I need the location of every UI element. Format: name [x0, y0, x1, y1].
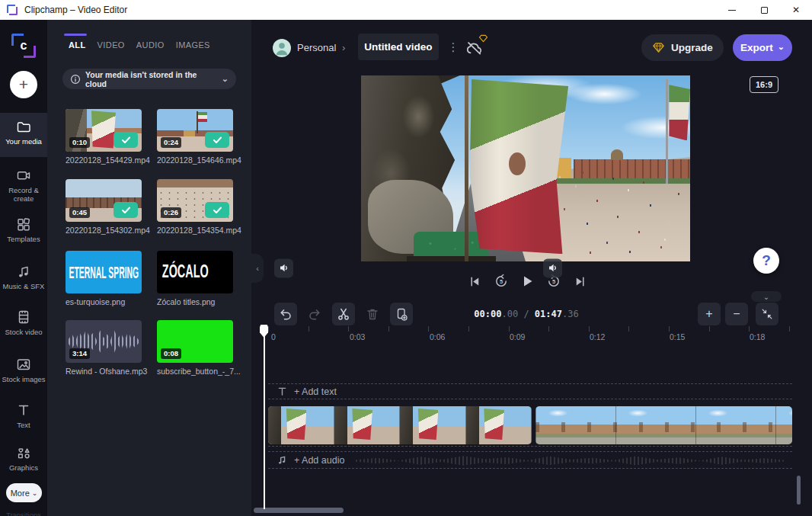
- media-item[interactable]: ETERNAL SPRING es-turquoise.png: [66, 251, 155, 306]
- media-thumbnail[interactable]: 3:14: [66, 320, 142, 363]
- cloud-storage-notice[interactable]: Your media isn't stored in the cloud ⌄: [62, 69, 236, 89]
- zoom-fit-button[interactable]: [756, 303, 778, 325]
- info-icon: [70, 74, 81, 85]
- sidebar-item-stock-images[interactable]: Stock images: [0, 351, 47, 390]
- media-filename: 20220128_154354.mp4: [157, 226, 247, 235]
- sidebar-item-graphics[interactable]: Graphics: [0, 439, 47, 479]
- workspace-avatar[interactable]: [273, 39, 291, 57]
- text-track[interactable]: + Add text: [268, 383, 792, 399]
- timecode-separator: /: [523, 309, 529, 319]
- zoom-out-button[interactable]: −: [725, 303, 748, 325]
- add-media-button[interactable]: +: [10, 71, 37, 98]
- timecode-display: 00:00.00 / 01:47.36: [469, 309, 583, 319]
- timeline-clip-panorama-video[interactable]: [535, 406, 792, 444]
- timeline-vertical-scrollbar[interactable]: [797, 476, 801, 505]
- export-button[interactable]: Export ⌄: [733, 34, 792, 61]
- video-preview-canvas[interactable]: [361, 75, 690, 261]
- rewind-5s-button[interactable]: 5: [491, 271, 511, 291]
- media-filename: es-turquoise.png: [66, 297, 155, 306]
- media-item[interactable]: 0:08 subscribe_button_-_7...: [157, 320, 247, 376]
- audio-track[interactable]: + Add audio: [268, 451, 792, 469]
- audio-track-icon: [277, 455, 287, 465]
- minimize-button[interactable]: [716, 0, 748, 20]
- speaker-icon: [548, 263, 558, 274]
- ruler-label: 0: [271, 332, 276, 341]
- chevron-down-icon: ⌄: [778, 42, 785, 52]
- check-badge: [205, 202, 229, 218]
- media-thumbnail[interactable]: 0:26: [157, 179, 233, 222]
- media-filename: 20220128_154302.mp4: [66, 226, 155, 235]
- skip-to-start-button[interactable]: [465, 271, 484, 291]
- media-thumbnail[interactable]: ETERNAL SPRING: [66, 251, 142, 293]
- timeline-ruler[interactable]: 0 0:03 0:06 0:09 0:12 0:15 0:18: [251, 326, 812, 346]
- media-thumbnail[interactable]: 0:08: [157, 320, 233, 363]
- sidebar-item-your-media[interactable]: Your media: [0, 113, 47, 157]
- thumbnail-art: [91, 111, 116, 148]
- media-item[interactable]: 0:26 20220128_154354.mp4: [157, 179, 247, 235]
- kebab-icon: ⋮: [448, 40, 459, 54]
- skip-to-end-button[interactable]: [570, 271, 590, 291]
- tab-images[interactable]: IMAGES: [175, 40, 211, 50]
- clip-audio-indicator[interactable]: [274, 258, 293, 277]
- preview-art-planter: [407, 256, 496, 261]
- ruler-label: 0:12: [590, 332, 605, 341]
- workspace-name[interactable]: Personal: [297, 42, 336, 53]
- more-button[interactable]: More ⌄: [6, 483, 42, 502]
- media-thumbnail[interactable]: 0:24: [157, 109, 233, 152]
- preview-art-flagpole: [666, 79, 668, 184]
- duration-badge: 0:10: [69, 137, 90, 148]
- upgrade-button[interactable]: Upgrade: [641, 34, 724, 61]
- preview-art-flag-pole: [465, 75, 468, 261]
- media-item[interactable]: ZÓCALO Zócalo titles.png: [157, 251, 247, 306]
- video-title-input[interactable]: Untitled video: [358, 34, 439, 60]
- tab-audio[interactable]: AUDIO: [136, 40, 165, 50]
- undo-button[interactable]: [274, 303, 297, 325]
- sidebar-item-label: Record & create: [0, 186, 47, 203]
- svg-text:5: 5: [499, 278, 502, 285]
- delete-button[interactable]: [361, 303, 384, 325]
- media-thumbnail[interactable]: ZÓCALO: [157, 251, 233, 293]
- timeline-horizontal-scrollbar[interactable]: [254, 508, 344, 513]
- image-icon: [16, 357, 31, 372]
- sidebar-item-transitions-partial[interactable]: Transitions: [0, 511, 47, 516]
- tab-video[interactable]: VIDEO: [97, 40, 126, 50]
- clip-audio-indicator[interactable]: [543, 258, 562, 277]
- clip-frames: [535, 406, 792, 444]
- media-item[interactable]: 0:24 20220128_154646.mp4: [157, 109, 247, 165]
- media-tabs: ALL VIDEO AUDIO IMAGES: [68, 40, 211, 50]
- aspect-ratio-badge[interactable]: 16:9: [750, 76, 778, 93]
- more-options-button[interactable]: ⋮: [446, 37, 460, 58]
- zoom-in-button[interactable]: +: [698, 303, 721, 325]
- play-icon: [519, 273, 535, 290]
- sidebar-item-templates[interactable]: Templates: [0, 210, 47, 250]
- panel-collapse-handle[interactable]: ‹: [251, 254, 264, 283]
- sidebar-item-record-create[interactable]: Record & create: [0, 162, 47, 206]
- media-item[interactable]: 3:14 Rewind - Ofshane.mp3: [66, 320, 155, 376]
- play-button[interactable]: [517, 271, 537, 291]
- ruler-label: 0:06: [430, 332, 445, 341]
- close-button[interactable]: ✕: [780, 0, 812, 20]
- help-button[interactable]: ?: [753, 248, 779, 274]
- check-badge: [113, 132, 138, 148]
- thumbnail-title-text: ZÓCALO: [157, 261, 209, 284]
- collapse-preview-tab[interactable]: ⌄: [751, 291, 782, 302]
- tab-all[interactable]: ALL: [68, 40, 87, 50]
- redo-button[interactable]: [303, 303, 326, 325]
- sidebar-item-text[interactable]: Text: [0, 396, 47, 433]
- media-item[interactable]: 0:10 20220128_154429.mp4: [66, 109, 155, 165]
- duration-badge: 0:24: [161, 137, 181, 148]
- sidebar-item-stock-video[interactable]: Stock video: [0, 303, 47, 348]
- video-title: Untitled video: [364, 41, 432, 53]
- media-thumbnail[interactable]: 0:45: [66, 179, 142, 222]
- split-button[interactable]: [332, 303, 355, 325]
- media-thumbnail[interactable]: 0:10: [66, 109, 142, 152]
- collapse-left-icon: ‹: [256, 264, 259, 273]
- timeline-clip-flag-video[interactable]: [268, 406, 532, 444]
- sidebar-item-label: Stock images: [2, 375, 45, 383]
- sidebar-item-music-sfx[interactable]: Music & SFX: [0, 258, 47, 297]
- maximize-button[interactable]: [748, 0, 780, 20]
- media-item[interactable]: 0:45 20220128_154302.mp4: [66, 179, 155, 235]
- sidebar-item-label: Templates: [7, 235, 40, 243]
- svg-text:5: 5: [551, 278, 555, 285]
- duplicate-button[interactable]: [390, 303, 413, 325]
